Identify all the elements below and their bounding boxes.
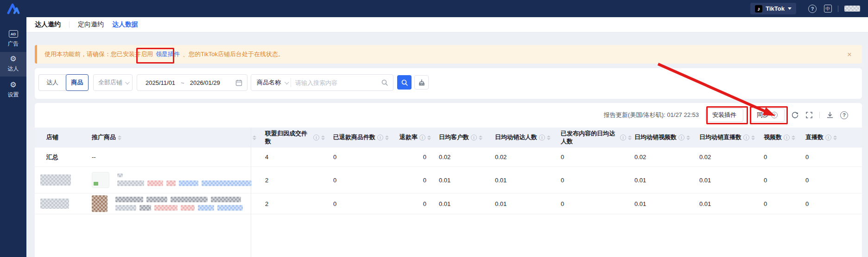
info-icon[interactable]: ! [313, 135, 319, 141]
topbar-divider [838, 6, 838, 12]
download-icon[interactable] [826, 111, 834, 119]
search-icon [401, 79, 408, 86]
value-cell: 0.01 [634, 193, 699, 214]
tab-directed-invite[interactable]: 定向邀约 [78, 20, 104, 29]
shop-cell-blurred [35, 193, 88, 214]
column-header: 直播数 ! [805, 128, 862, 148]
segment-product[interactable]: 商品 [66, 74, 89, 91]
column-header-shop: 店铺 [35, 128, 88, 148]
lingxing-plugin-link[interactable]: 领星插件 [156, 50, 180, 58]
close-icon[interactable]: × [847, 51, 852, 58]
date-end[interactable]: 2026/01/29 [190, 79, 220, 86]
fixed-column-divider [251, 128, 251, 257]
search-icon [381, 79, 388, 86]
user-name-blurred[interactable] [844, 6, 860, 12]
install-plugin-button[interactable]: 安装插件 [705, 108, 743, 122]
value-cell: 0 [764, 193, 805, 214]
sort-icon[interactable] [385, 135, 389, 140]
value-cell: 0.01 [699, 193, 764, 214]
date-separator: ~ [181, 79, 184, 86]
calendar-icon [235, 79, 242, 86]
info-icon[interactable]: ! [377, 135, 383, 141]
chevron-down-icon [788, 7, 792, 10]
column-header: 日均动销视频数 ! [634, 128, 699, 148]
sort-icon[interactable] [118, 135, 121, 140]
platform-selector[interactable]: ♪ TikTok [750, 3, 796, 14]
sync-help-icon: ? [771, 112, 778, 118]
sidebar-item-settings[interactable]: ⚙ 设置 [0, 78, 26, 103]
column-header: 已退款商品件数 ! [333, 128, 399, 148]
search-input[interactable] [295, 79, 381, 86]
platform-label: TikTok [766, 5, 785, 12]
app-logo[interactable] [0, 2, 26, 16]
product-cell-blurred [88, 167, 252, 193]
info-icon[interactable]: ! [784, 135, 790, 141]
refresh-icon[interactable] [791, 111, 799, 119]
info-icon[interactable]: ! [419, 135, 425, 141]
value-cell: 0.02 [439, 148, 495, 167]
product-cell-blurred [88, 193, 251, 214]
value-cell: 0.02 [495, 148, 561, 167]
column-header: 日均客户数 ! [439, 128, 495, 148]
value-cell: 0 [399, 193, 439, 214]
value-cell: 0 [805, 167, 862, 193]
value-cell: 0.02 [634, 148, 699, 167]
info-icon[interactable]: ! [620, 135, 626, 141]
column-header: 已发布内容的日均达人数 ! [561, 128, 634, 148]
info-icon[interactable]: ! [539, 135, 545, 141]
value-cell: 0 [561, 148, 634, 167]
subnav-divider [69, 21, 70, 28]
value-cell: 0 [333, 148, 399, 167]
chevron-down-icon [285, 80, 289, 84]
sort-icon[interactable] [686, 135, 690, 140]
column-header: 日均动销直播数 ! [699, 128, 764, 148]
sort-icon[interactable] [479, 135, 482, 140]
info-icon[interactable]: ! [743, 135, 749, 141]
broom-icon [418, 79, 425, 86]
language-toggle[interactable]: 中 [824, 5, 832, 13]
table-help-icon[interactable]: ? [840, 111, 848, 119]
page-title: 达人邀约 [35, 20, 61, 29]
info-icon[interactable]: ! [825, 135, 831, 141]
tiktok-icon: ♪ [755, 5, 762, 13]
install-plugin-label: 安装插件 [712, 111, 736, 119]
search-button[interactable] [397, 75, 412, 90]
sort-icon[interactable] [833, 135, 837, 140]
chevron-down-icon [125, 80, 130, 84]
value-cell: 0.01 [699, 167, 764, 193]
info-icon[interactable]: ! [678, 135, 684, 141]
sort-icon[interactable] [751, 135, 755, 140]
sync-label: 同步 [757, 111, 769, 119]
sort-icon[interactable] [792, 135, 795, 140]
value-cell: 0 [805, 193, 862, 214]
combo-divider [291, 78, 291, 87]
value-cell: 0 [399, 148, 439, 167]
shop-dropdown[interactable]: 全部店铺 [93, 74, 133, 91]
search-type-dropdown[interactable]: 商品名称 [257, 78, 281, 87]
sidebar-item-ads[interactable]: AD 广告 [0, 27, 26, 50]
help-icon[interactable]: ? [808, 5, 817, 13]
sort-icon[interactable] [253, 135, 256, 140]
table-header: 店铺 推广商品 联盟归因成交件数 ! 已退款商品件数 ! [35, 128, 862, 148]
value-cell: 0 [805, 148, 862, 167]
sort-icon[interactable] [547, 135, 551, 140]
sidebar-item-label: 达人 [8, 65, 19, 73]
value-cell: 2 [265, 193, 333, 214]
info-icon[interactable]: ! [471, 135, 477, 141]
sync-button[interactable]: 同步 ? [750, 108, 785, 122]
segment-talent[interactable]: 达人 [38, 74, 66, 91]
column-header: 退款率 ! [399, 128, 439, 148]
value-cell: 0 [764, 148, 805, 167]
sort-icon[interactable] [628, 135, 632, 140]
date-start[interactable]: 2025/11/01 [146, 79, 175, 86]
sort-icon[interactable] [427, 135, 431, 140]
tab-talent-data[interactable]: 达人数据 [112, 20, 138, 29]
sidebar-item-talent[interactable]: ⚙ 达人 [0, 52, 26, 77]
clear-filters-button[interactable] [414, 75, 429, 90]
sort-icon[interactable] [321, 135, 325, 140]
banner-text-suffix: 、您的TikTok店铺后台处于在线状态。 [183, 50, 284, 58]
column-header: 视频数 ! [764, 128, 805, 148]
date-range-picker[interactable]: 2025/11/01 ~ 2026/01/29 [137, 74, 247, 91]
value-cell: 0 [561, 167, 634, 193]
fullscreen-icon[interactable] [805, 111, 813, 119]
